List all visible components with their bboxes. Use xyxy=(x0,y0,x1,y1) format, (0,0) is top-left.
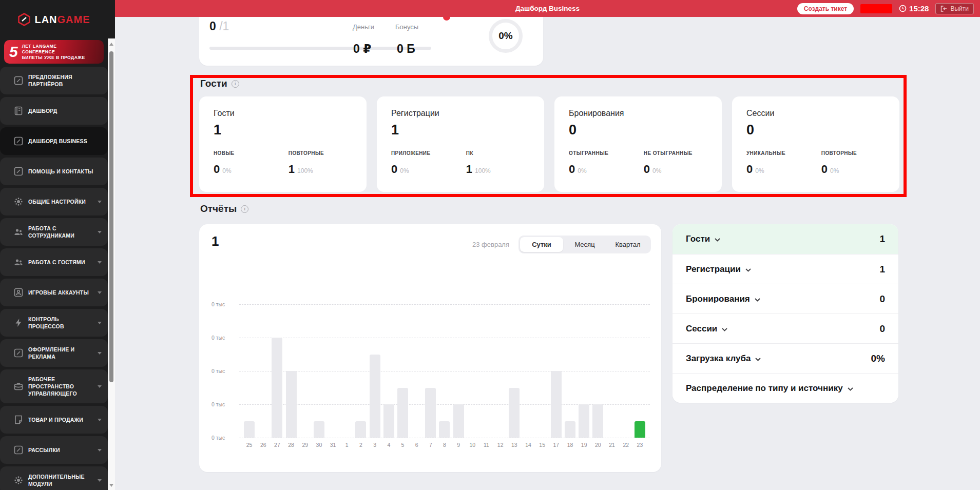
sidebar-menu: ПРЕДЛОЖЕНИЯ ПАРТНЁРОВ ДАШБОРД ДАШБОРД BU… xyxy=(0,67,108,490)
sidebar-item-oformlenie-i-reklama[interactable]: ОФОРМЛЕНИЕ И РЕКЛАМА xyxy=(0,339,108,367)
chart-x-tick-label: 3 xyxy=(368,442,382,448)
people-icon xyxy=(14,227,23,237)
chart-bar-slot xyxy=(270,304,284,438)
chart-bar-highlighted[interactable] xyxy=(635,421,645,438)
chart-bar[interactable] xyxy=(509,388,520,438)
logo-wordmark: LANGAME xyxy=(34,14,90,26)
lightning-icon xyxy=(14,318,23,327)
chart-bar-slot xyxy=(354,304,368,438)
chart-y-tick-label: 0 тыс xyxy=(212,368,237,374)
chart-headline-value: 1 xyxy=(212,233,219,249)
chart-x-tick-label: 26 xyxy=(256,442,270,448)
sidebar-item-rabota-s-gostyami[interactable]: РАБОТА С ГОСТЯМИ xyxy=(0,248,108,276)
chart-bar[interactable] xyxy=(355,421,366,438)
chart-bar[interactable] xyxy=(244,421,255,438)
sidebar-item-tovar-i-prodazhi[interactable]: ТОВАР И ПРОДАЖИ xyxy=(0,406,108,434)
chart-bar-slot xyxy=(382,304,396,438)
chart-bar[interactable] xyxy=(453,404,464,438)
chart-bar-slot xyxy=(619,304,633,438)
tab-month[interactable]: Месяц xyxy=(563,237,606,252)
promo-text: ЛЕТ LANGAME CONFERENCE БИЛЕТЫ УЖЕ В ПРОД… xyxy=(22,44,85,60)
sidebar-item-kontrol-processov[interactable]: КОНТРОЛЬ ПРОЦЕССОВ xyxy=(0,309,108,337)
chart-x-tick-label: 7 xyxy=(424,442,437,448)
info-icon[interactable]: i xyxy=(232,80,239,88)
chart-bar[interactable] xyxy=(592,404,603,438)
summary-row-bookings[interactable]: Бронирования 0 xyxy=(672,284,898,313)
tab-day[interactable]: Сутки xyxy=(520,237,563,252)
chart-bar[interactable] xyxy=(439,421,450,438)
chevron-down-icon xyxy=(98,322,102,324)
chart-plot: 0 тыс0 тыс0 тыс0 тыс0 тыс xyxy=(199,304,661,438)
chart-x-labels: 2526272829303112345678910111213141517181… xyxy=(242,442,647,448)
scrollbar-up-arrow-icon[interactable] xyxy=(109,43,113,46)
chart-bar[interactable] xyxy=(579,404,589,438)
logout-icon xyxy=(940,6,947,12)
current-time: 15:28 xyxy=(909,4,929,13)
chart-y-tick-label: 0 тыс xyxy=(212,301,237,307)
reports-chart-card: 1 23 февраля Сутки Месяц Квартал 0 тыс0 … xyxy=(199,224,661,472)
sidebar-item-dashboard[interactable]: ДАШБОРД xyxy=(0,97,108,125)
chart-x-tick-label: 12 xyxy=(493,442,507,448)
chart-bar[interactable] xyxy=(397,388,408,438)
chart-bar-slot xyxy=(563,304,577,438)
sidebar-item-pomosch-i-kontakty[interactable]: ПОМОЩЬ И КОНТАКТЫ xyxy=(0,158,108,185)
money-label: Деньги xyxy=(353,23,374,31)
chart-x-tick-label: 23 xyxy=(633,442,647,448)
scrollbar-down-arrow-icon[interactable] xyxy=(109,484,113,487)
sidebar-item-dopolnitelnye-moduli[interactable]: ДОПОЛНИТЕЛЬНЫЕ МОДУЛИ xyxy=(0,466,108,490)
user-card-icon xyxy=(14,288,23,297)
chart-bar[interactable] xyxy=(370,355,380,438)
chart-x-tick-label: 8 xyxy=(437,442,451,448)
sidebar-item-rabota-s-sotrudnikami[interactable]: РАБОТА С СОТРУДНИКАМИ xyxy=(0,218,108,246)
chart-bar[interactable] xyxy=(314,421,324,438)
sidebar-item-rassylki[interactable]: РАССЫЛКИ xyxy=(0,436,108,464)
document-icon xyxy=(14,415,23,424)
summary-row-registrations[interactable]: Регистрации 1 xyxy=(672,254,898,284)
chart-x-tick-label: 29 xyxy=(298,442,312,448)
chart-bar-slot xyxy=(479,304,493,438)
stat-card-bookings: Бронирования 0 ОТЫГРАННЫЕ 00% НЕ ОТЫГРАН… xyxy=(554,96,722,192)
summary-row-distribution[interactable]: Распределение по типу и источнику xyxy=(672,373,898,403)
chart-x-tick-label: 18 xyxy=(563,442,577,448)
guests-cards-row: Гости 1 НОВЫЕ 00% ПОВТОРНЫЕ 1100% Регист… xyxy=(199,96,899,192)
gear-icon xyxy=(14,197,23,206)
chart-bar-slot xyxy=(368,304,382,438)
edit-square-icon xyxy=(14,76,23,85)
sidebar-item-rabochee-prostranstvo[interactable]: РАБОЧЕЕ ПРОСТРАНСТВО УПРАВЛЯЮЩЕГО xyxy=(0,369,108,403)
sidebar-item-igrovye-akkaunty[interactable]: ИГРОВЫЕ АККАУНТЫ xyxy=(0,279,108,306)
chart-x-tick-label: 15 xyxy=(535,442,549,448)
chart-bar[interactable] xyxy=(565,421,575,438)
chart-bar-slot xyxy=(312,304,326,438)
chart-x-tick-label: 2 xyxy=(354,442,368,448)
chart-bar-slot xyxy=(340,304,354,438)
chart-bar[interactable] xyxy=(551,371,562,438)
chart-bar-slot xyxy=(549,304,563,438)
create-ticket-button[interactable]: Создать тикет xyxy=(797,3,854,14)
info-icon[interactable]: i xyxy=(241,205,248,213)
sidebar-item-predlozheniya-partnerov[interactable]: ПРЕДЛОЖЕНИЯ ПАРТНЁРОВ xyxy=(0,67,108,94)
chart-bar[interactable] xyxy=(286,371,297,438)
chart-bar-slot xyxy=(535,304,549,438)
chart-x-tick-label: 9 xyxy=(452,442,466,448)
tab-quarter[interactable]: Квартал xyxy=(606,237,649,252)
summary-row-sessions[interactable]: Сессии 0 xyxy=(672,313,898,343)
chart-bar[interactable] xyxy=(383,404,394,438)
chart-bar[interactable] xyxy=(425,388,436,438)
load-gauge: 0% xyxy=(489,19,523,53)
chart-bar[interactable] xyxy=(272,338,282,438)
logout-button[interactable]: Выйти xyxy=(935,3,974,14)
summary-row-guests[interactable]: Гости 1 xyxy=(672,224,898,254)
summary-row-club-load[interactable]: Загрузка клуба 0% xyxy=(672,343,898,373)
scrollbar-thumb[interactable] xyxy=(109,51,113,382)
chart-x-tick-label: 22 xyxy=(619,442,633,448)
journal-icon xyxy=(14,106,23,115)
page: LANGAME 5 ЛЕТ LANGAME CONFERENCE БИЛЕТЫ … xyxy=(0,0,980,490)
sidebar-item-obschie-nastroyki[interactable]: ОБЩИЕ НАСТРОЙКИ xyxy=(0,188,108,215)
redacted-block xyxy=(860,4,892,13)
sidebar-item-dashboard-business[interactable]: ДАШБОРД BUSINESS xyxy=(0,127,108,155)
langame-hexagon-icon xyxy=(17,13,31,26)
chart-bar-slot xyxy=(242,304,256,438)
chart-x-tick-label: 27 xyxy=(270,442,284,448)
conference-promo-banner[interactable]: 5 ЛЕТ LANGAME CONFERENCE БИЛЕТЫ УЖЕ В ПР… xyxy=(4,40,104,64)
briefcase-icon xyxy=(14,382,23,391)
